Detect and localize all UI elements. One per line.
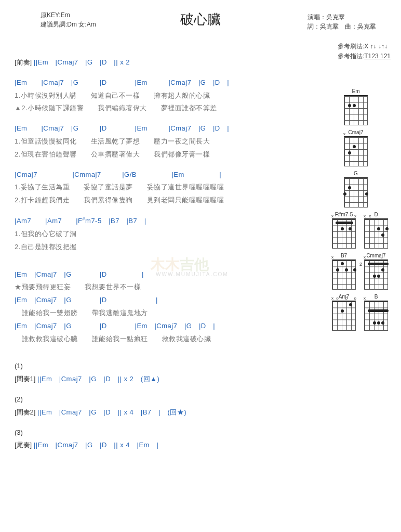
composer-label: 曲： bbox=[345, 23, 357, 30]
singer-label: 演唱： bbox=[308, 14, 326, 21]
outro-line: [尾奏] ||Em |Cmaj7 |G |D || x 4 |Em | bbox=[15, 440, 386, 451]
fretboard-icon: x bbox=[332, 259, 356, 290]
chord-diagram-em: Em bbox=[322, 88, 390, 125]
lyricist-label: 詞： bbox=[308, 23, 320, 30]
outro-label: [尾奏] bbox=[15, 441, 32, 449]
fretboard-icon: xx bbox=[364, 218, 388, 249]
repeat-2-num: (2) bbox=[15, 394, 386, 405]
reference-patterns: 參考刷法:X ↑↓ ↓↑↓ 參考指法:T123 121 bbox=[338, 42, 391, 61]
interlude1-line: [間奏1] ||Em |Cmaj7 |G |D || x 2 (回▲) bbox=[15, 374, 386, 385]
interlude1-label: [間奏1] bbox=[15, 375, 35, 383]
interlude1-chords: ||Em |Cmaj7 |G |D || x 2 (回▲) bbox=[37, 375, 159, 383]
fretboard-icon: x bbox=[344, 136, 368, 166]
chord-label: G bbox=[322, 171, 390, 176]
verse-a4-chords-b: m7-5 |B7 |B7 | bbox=[85, 217, 146, 225]
singer-name: 吳克羣 bbox=[326, 14, 345, 21]
chord-diagram-d: D xx bbox=[363, 212, 390, 249]
interlude2-label: [間奏2] bbox=[15, 408, 35, 416]
intro-line: [前奏] ||Em |Cmaj7 |G |D || x 2 bbox=[15, 57, 386, 68]
outro-chords: ||Em |Cmaj7 |G |D || x 4 |Em | bbox=[34, 441, 158, 449]
fretboard-icon: x x bbox=[332, 218, 356, 249]
strum-pattern: 參考刷法:X ↑↓ ↓↑↓ bbox=[338, 42, 391, 51]
repeat-3-num: (3) bbox=[15, 427, 386, 438]
fretboard-icon: x bbox=[364, 301, 388, 331]
chord-diagram-b: B x bbox=[363, 294, 390, 331]
chord-diagrams: Em Cmaj7 x G F#m7-5 x x bbox=[322, 88, 390, 331]
lyricist-name: 吳克羣 bbox=[320, 23, 339, 30]
interlude2-line: [間奏2] ||Em |Cmaj7 |G |D || x 4 |B7 | (回★… bbox=[15, 407, 386, 418]
fretboard-icon bbox=[344, 177, 368, 207]
strum-label: 參考刷法: bbox=[338, 43, 364, 50]
header-section: 原KEY:Em 建議男調:Dm 女:Am 破心臟 演唱：吳克羣 詞：吳克羣 曲：… bbox=[15, 10, 386, 42]
chord-diagram-b7: B7 x bbox=[330, 253, 357, 290]
pick-value: T123 121 bbox=[364, 53, 391, 60]
verse-a4-chords-a: |Am7 |Am7 |F bbox=[15, 217, 83, 225]
chorus-l3: 誰救救我這破心臟 誰能給我一點瘋狂 救救我這破心臟 bbox=[15, 334, 386, 345]
intro-chords: ||Em |Cmaj7 |G |D || x 2 bbox=[34, 58, 130, 66]
fretboard-icon bbox=[344, 95, 368, 125]
writer-line: 詞：吳克羣 曲：吳克羣 bbox=[308, 22, 376, 31]
pick-pattern: 參考指法:T123 121 bbox=[338, 51, 391, 61]
chord-diagram-cmaj7: Cmaj7 x bbox=[322, 129, 390, 166]
interlude2-chords: ||Em |Cmaj7 |G |D || x 4 |B7 | (回★) bbox=[37, 408, 186, 416]
chord-diagram-am7: Am7 xo o o bbox=[330, 294, 357, 331]
credits: 演唱：吳克羣 詞：吳克羣 曲：吳克羣 bbox=[308, 12, 376, 31]
composer-name: 吳克羣 bbox=[357, 23, 376, 30]
fretboard-icon: xo o o bbox=[332, 301, 356, 331]
repeat-1-num: (1) bbox=[15, 361, 386, 372]
chord-diagram-cmmaj7: Cmmaj7 x 2 bbox=[363, 253, 390, 290]
strum-value: X ↑↓ ↓↑↓ bbox=[364, 43, 387, 50]
chord-diagram-fsharpm7b5: F#m7-5 x x bbox=[330, 212, 357, 249]
intro-label: [前奏] bbox=[15, 58, 32, 66]
pick-label: 參考指法: bbox=[338, 53, 364, 60]
chord-diagram-g: G bbox=[322, 171, 390, 207]
verse-a1-chords: |Em |Cmaj7 |G |D |Em |Cmaj7 |G |D | bbox=[15, 77, 386, 88]
singer-line: 演唱：吳克羣 bbox=[308, 12, 376, 22]
fretboard-icon: x 2 bbox=[364, 259, 388, 290]
